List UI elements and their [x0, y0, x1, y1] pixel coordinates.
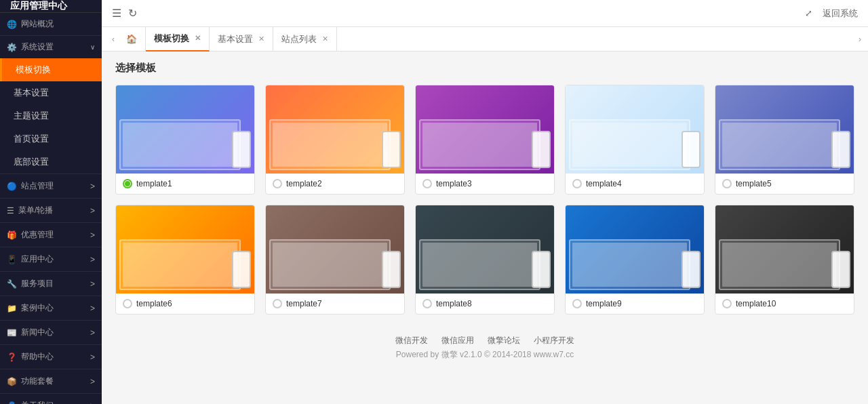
- template-name-template6: template6: [136, 299, 172, 308]
- home-icon: 🏠: [126, 34, 137, 44]
- template-label-template7: template7: [266, 294, 404, 314]
- chevron-right-icon-4: >: [90, 255, 95, 264]
- template-name-template2: template2: [286, 179, 322, 188]
- template-card-template5[interactable]: template5: [715, 85, 854, 195]
- template-label-template2: template2: [266, 174, 404, 194]
- sidebar-item-system-settings[interactable]: ⚙️ 系统设置 ∨: [0, 36, 102, 58]
- template-thumb-template10: [715, 205, 854, 294]
- main-area: ☰ ↻ ⤢ 返回系统 ‹ 🏠 模板切换 ✕ 基本设置 ✕ 站点列表 ✕ ›: [102, 0, 868, 404]
- template-thumb-template8: [416, 205, 554, 294]
- chevron-icon: ∨: [90, 43, 95, 51]
- topbar: ☰ ↻ ⤢ 返回系统: [102, 0, 868, 27]
- template-label-template1: template1: [116, 174, 254, 194]
- radio-template2[interactable]: [273, 179, 282, 188]
- gift-icon: 🎁: [7, 230, 17, 240]
- sidebar-item-case-center[interactable]: 📁 案例中心 >: [0, 296, 102, 320]
- chevron-right-icon-10: >: [90, 401, 95, 405]
- sidebar-group-site: 🔵 站点管理 >: [0, 174, 102, 199]
- template-label-template10: template10: [715, 294, 854, 314]
- tab-close-template[interactable]: ✕: [195, 34, 201, 43]
- tab-nav-left[interactable]: ‹: [108, 35, 118, 44]
- footer-link[interactable]: 微擎论坛: [488, 335, 520, 346]
- sidebar-item-menu-broadcast[interactable]: ☰ 菜单/轮播 >: [0, 199, 102, 222]
- sidebar-item-template-switch[interactable]: 模板切换: [0, 58, 102, 81]
- sidebar-item-about-us[interactable]: 👤 关于我们 >: [0, 394, 102, 404]
- sidebar-item-feature-packages[interactable]: 📦 功能套餐 >: [0, 369, 102, 393]
- sidebar-item-help-center[interactable]: ❓ 帮助中心 >: [0, 345, 102, 369]
- tab-close-basic[interactable]: ✕: [258, 35, 264, 43]
- radio-template5[interactable]: [722, 179, 732, 188]
- template-card-template2[interactable]: template2: [265, 85, 405, 195]
- sidebar-item-app-center[interactable]: 📱 应用中心 >: [0, 247, 102, 271]
- template-label-template3: template3: [416, 174, 554, 194]
- template-card-template10[interactable]: template10: [715, 205, 854, 315]
- template-name-template10: template10: [736, 299, 776, 308]
- template-name-template9: template9: [586, 299, 622, 308]
- radio-template10[interactable]: [722, 299, 732, 308]
- sidebar-title: 应用管理中心: [10, 0, 67, 12]
- sidebar-group-packages: 📦 功能套餐 >: [0, 369, 102, 394]
- sidebar: 应用管理中心 🌐 网站概况 ⚙️ 系统设置 ∨ 模板切换 基本设置 主题设置 首…: [0, 0, 102, 404]
- template-thumb-template9: [566, 205, 704, 294]
- case-icon: 📁: [7, 304, 17, 313]
- sidebar-item-home-settings[interactable]: 首页设置: [0, 127, 102, 150]
- sidebar-item-site-management[interactable]: 🔵 站点管理 >: [0, 174, 102, 198]
- page-title: 选择模板: [115, 62, 854, 75]
- sidebar-group-news: 📰 新闻中心 >: [0, 321, 102, 345]
- refresh-icon[interactable]: ↻: [128, 7, 137, 20]
- template-label-template6: template6: [116, 294, 254, 314]
- footer-link[interactable]: 微信开发: [395, 335, 428, 346]
- template-name-template4: template4: [586, 179, 622, 188]
- sidebar-group-promo: 🎁 优惠管理 >: [0, 223, 102, 247]
- sidebar-item-service-items[interactable]: 🔧 服务项目 >: [0, 272, 102, 296]
- tab-template-switch[interactable]: 模板切换 ✕: [146, 27, 210, 52]
- sidebar-item-basic-settings[interactable]: 基本设置: [0, 81, 102, 104]
- template-card-template8[interactable]: template8: [415, 205, 555, 315]
- sidebar-group-system: ⚙️ 系统设置 ∨ 模板切换 基本设置 主题设置 首页设置 底部设置: [0, 36, 102, 174]
- tab-basic-settings[interactable]: 基本设置 ✕: [210, 27, 273, 52]
- tab-home[interactable]: 🏠: [118, 27, 146, 52]
- template-label-template9: template9: [566, 294, 704, 314]
- template-thumb-template6: [116, 205, 254, 294]
- tabs-bar: ‹ 🏠 模板切换 ✕ 基本设置 ✕ 站点列表 ✕ ›: [102, 27, 868, 52]
- radio-template8[interactable]: [422, 299, 432, 308]
- sidebar-item-footer-settings[interactable]: 底部设置: [0, 150, 102, 174]
- template-label-template8: template8: [416, 294, 554, 314]
- radio-template1[interactable]: [123, 179, 132, 188]
- tab-close-site[interactable]: ✕: [322, 35, 328, 43]
- hamburger-icon[interactable]: ☰: [112, 7, 121, 20]
- sidebar-group-service: 🔧 服务项目 >: [0, 272, 102, 296]
- radio-template6[interactable]: [123, 299, 132, 308]
- chevron-right-icon-8: >: [90, 352, 95, 362]
- sidebar-item-promo-management[interactable]: 🎁 优惠管理 >: [0, 223, 102, 247]
- fullscreen-button[interactable]: ⤢: [805, 8, 812, 18]
- sidebar-group-menu: ☰ 菜单/轮播 >: [0, 199, 102, 223]
- radio-template4[interactable]: [572, 179, 582, 188]
- sidebar-item-theme-settings[interactable]: 主题设置: [0, 104, 102, 127]
- template-name-template3: template3: [436, 179, 472, 188]
- radio-template7[interactable]: [273, 299, 282, 308]
- template-card-template3[interactable]: template3: [415, 85, 555, 195]
- footer-link[interactable]: 小程序开发: [534, 335, 574, 346]
- template-card-template6[interactable]: template6: [115, 205, 255, 315]
- template-card-template9[interactable]: template9: [565, 205, 705, 315]
- footer-link[interactable]: 微信应用: [441, 335, 474, 346]
- template-card-template1[interactable]: template1: [115, 85, 255, 195]
- tab-nav-right[interactable]: ›: [859, 35, 861, 44]
- template-card-template7[interactable]: template7: [265, 205, 405, 315]
- sidebar-item-news-center[interactable]: 📰 新闻中心 >: [0, 321, 102, 344]
- site-icon: 🔵: [7, 182, 17, 191]
- tab-site-list[interactable]: 站点列表 ✕: [273, 27, 337, 52]
- template-thumb-template1: [116, 85, 254, 174]
- chevron-right-icon: >: [90, 182, 95, 191]
- sidebar-item-website-overview[interactable]: 🌐 网站概况: [0, 13, 102, 35]
- gear-icon: ⚙️: [7, 43, 17, 52]
- radio-template3[interactable]: [422, 179, 432, 188]
- sidebar-group-app: 📱 应用中心 >: [0, 247, 102, 272]
- return-system-button[interactable]: 返回系统: [823, 7, 858, 20]
- sidebar-group-help: ❓ 帮助中心 >: [0, 345, 102, 369]
- help-icon: ❓: [7, 352, 17, 362]
- template-card-template4[interactable]: template4: [565, 85, 705, 195]
- template-thumb-template7: [266, 205, 404, 294]
- radio-template9[interactable]: [572, 299, 582, 308]
